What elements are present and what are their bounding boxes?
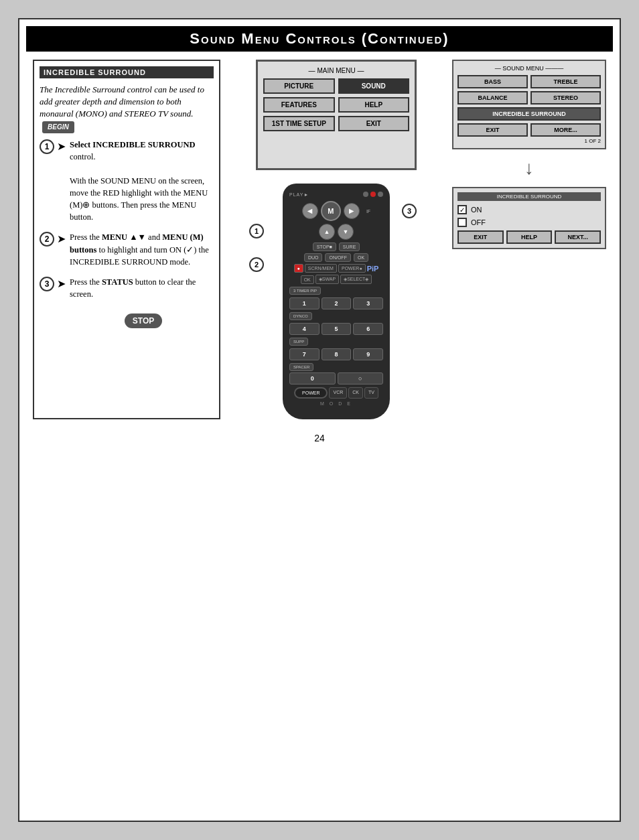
on-checkbox[interactable] [457,205,467,214]
num-4[interactable]: 4 [289,323,320,335]
num-circle[interactable]: ○ [338,372,384,384]
red-btn[interactable]: ● [294,264,303,273]
stop-sure-row: STOP■ SURE [289,242,383,251]
vcr-btn[interactable]: VCR [329,387,347,399]
pip-row: ● SCRN/MEM POWER● PiP [289,264,383,273]
num-8[interactable]: 8 [322,348,352,360]
num-1[interactable]: 1 [289,297,320,309]
sound-exit-btn[interactable]: EXIT [457,123,528,137]
remote-step-1: 1 [249,224,264,238]
num-2[interactable]: 2 [322,297,352,309]
menu-down-btn[interactable]: ▼ [338,224,354,240]
status-lights [363,192,383,197]
step-2-text: Press the MENU ▲▼ and MENU (M) buttons t… [70,231,214,267]
num-3[interactable]: 3 [353,297,383,309]
dynco-btn[interactable]: DYNCO [289,312,312,320]
remote-step-2: 2 [249,257,264,272]
incredible-surround-box: INCREDIBLE SURROUND ON OFF EXIT HELP NEX… [452,187,606,249]
sound-treble-btn[interactable]: TREBLE [530,75,601,88]
number-pad-2: 4 5 6 [289,323,383,335]
tv-screen: — MAIN MENU — PICTURE SOUND FEATURES HEL… [256,60,417,170]
sound-menu-grid: BASS TREBLE BALANCE STEREO INCREDIBLE SU… [457,75,601,137]
inc-next-btn[interactable]: NEXT... [555,230,601,244]
remote-control: PLAY► ◀ M ▶ IF [283,184,390,419]
duo-btn[interactable]: DUO [304,253,323,262]
step-1-text: Select INCREDIBLE SURROUND control. With… [70,139,214,224]
step-1-number: 1 [40,139,54,154]
num-0[interactable]: 0 [289,372,336,384]
main-menu-grid: PICTURE SOUND FEATURES HELP 1ST TIME SET… [263,78,409,131]
menu-btn-exit[interactable]: EXIT [338,116,410,131]
right-panel: — SOUND MENU ——— BASS TREBLE BALANCE STE… [452,60,606,419]
begin-badge: BEGIN [42,121,74,133]
on-off-btn[interactable]: ON/OFF [325,253,350,262]
screenmem-btn[interactable]: SCRN/MEM [305,264,337,273]
sound-menu-box: — SOUND MENU ——— BASS TREBLE BALANCE STE… [452,60,606,149]
menu-nav-row: ◀ M ▶ IF [289,201,383,221]
sound-incredible-btn[interactable]: INCREDIBLE SURROUND [457,107,601,121]
off-checkbox[interactable] [457,218,467,227]
m-button[interactable]: M [321,201,341,221]
sound-menu-title: — SOUND MENU ——— [457,65,601,72]
pip-control-row: OK ◈SWAP ◈SELECT◈ [289,275,383,284]
off-option: OFF [457,218,601,227]
sound-bass-btn[interactable]: BASS [457,75,528,88]
tv-btn[interactable]: TV [364,387,378,399]
zero-row: 0 ○ [289,372,383,384]
menu-left-btn[interactable]: ◀ [302,203,318,219]
num-6[interactable]: 6 [353,323,383,335]
menu-up-btn[interactable]: ▲ [319,224,335,240]
number-pad: 1 2 3 [289,297,383,309]
content-area: INCREDIBLE SURROUND The Incredible Surro… [26,60,613,419]
menu-btn-sound[interactable]: SOUND [338,78,410,94]
ок2-btn[interactable]: OK [301,275,314,284]
num-5[interactable]: 5 [322,323,352,335]
timer-pip-btn[interactable]: 3 TIMER PIP [289,287,321,295]
step-1: 1 ➤ Select INCREDIBLE SURROUND control. … [40,139,214,224]
page-title: Sound Menu Controls (Continued) [26,26,613,52]
status-light-2 [370,192,376,197]
intro-text: The Incredible Surround control can be u… [40,84,214,133]
nav-updown-row: ▲ ▼ [289,224,383,240]
menu-right-btn[interactable]: ▶ [344,203,360,219]
num-9[interactable]: 9 [353,348,383,360]
on-label: ON [471,206,482,214]
sure-btn[interactable]: SURE [339,242,360,251]
mode-row: POWER VCR CK TV [289,387,383,399]
num-7[interactable]: 7 [289,348,320,360]
incredible-surround-title: INCREDIBLE SURROUND [457,192,601,201]
ok-btn[interactable]: OK [354,253,368,262]
menu-btn-picture[interactable]: PICTURE [263,78,335,94]
step-3-number: 3 [40,277,54,291]
menu-btn-1st-time[interactable]: 1ST TIME SETUP [263,116,335,131]
of-label: 1 OF 2 [457,138,601,144]
sound-stereo-btn[interactable]: STEREO [530,91,601,104]
menu-btn-features[interactable]: FEATURES [263,97,335,113]
step-2-number: 2 [40,232,54,247]
main-menu-label: — MAIN MENU — [263,67,409,74]
section-header: INCREDIBLE SURROUND [40,66,214,78]
play-label: PLAY► [289,192,309,197]
swap-btn[interactable]: ◈SWAP [315,275,339,284]
down-arrow: ↓ [452,157,606,179]
select-btn[interactable]: ◈SELECT◈ [340,275,372,284]
stop-btn[interactable]: STOP■ [313,242,336,251]
number-pad-section: 3 TIMER PIP 1 2 3 DYNCO 4 5 [289,287,383,384]
sound-more-btn[interactable]: MORE... [530,123,601,137]
on-option: ON [457,205,601,214]
left-panel: INCREDIBLE SURROUND The Incredible Surro… [33,60,220,419]
inc-help-btn[interactable]: HELP [506,230,553,244]
sound-balance-btn[interactable]: BALANCE [457,91,528,104]
remote-step-3: 3 [402,204,417,218]
status-light-3 [378,192,383,197]
supp-btn[interactable]: SUPP [289,338,308,346]
power-mode-btn[interactable]: POWER [294,387,328,399]
ck-btn[interactable]: CK [348,387,363,399]
power-pip-btn[interactable]: POWER● [338,264,366,273]
spacer-btn[interactable]: SPACER [289,363,313,371]
step-3-text: Press the STATUS button to clear the scr… [70,276,214,300]
pip-label: PiP [367,265,379,273]
inc-exit-btn[interactable]: EXIT [457,230,504,244]
menu-btn-help[interactable]: HELP [338,97,410,113]
off-label: OFF [471,218,486,226]
